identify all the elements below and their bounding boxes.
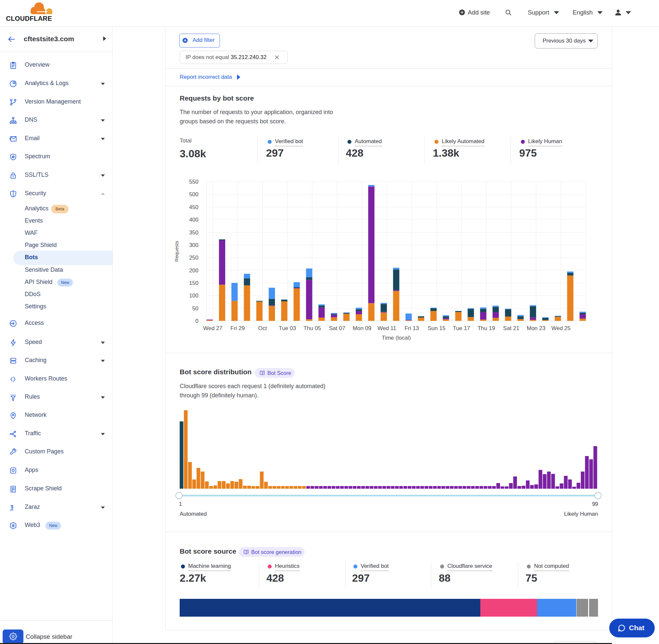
svg-text:250: 250	[189, 255, 198, 261]
svg-text:Tue 17: Tue 17	[453, 325, 470, 331]
svg-text:Mon 23: Mon 23	[527, 325, 546, 331]
svg-text:Fri 29: Fri 29	[231, 325, 244, 331]
svg-text:150: 150	[189, 280, 198, 286]
svg-text:550: 550	[189, 179, 198, 185]
svg-text:100: 100	[189, 293, 198, 299]
svg-text:Sun 15: Sun 15	[428, 325, 445, 331]
svg-text:450: 450	[189, 204, 198, 210]
svg-text:Fri 13: Fri 13	[404, 325, 419, 331]
svg-text:Thu 19: Thu 19	[478, 325, 495, 331]
svg-text:Wed 25: Wed 25	[551, 325, 570, 331]
svg-text:Thu 05: Thu 05	[304, 325, 321, 331]
svg-text:Sat 21: Sat 21	[503, 325, 519, 331]
svg-text:Automated: Automated	[180, 511, 207, 517]
svg-text:400: 400	[189, 217, 198, 223]
svg-text:Requests: Requests	[174, 241, 179, 261]
svg-text:Oct: Oct	[258, 325, 267, 331]
svg-text:Tue 03: Tue 03	[279, 325, 296, 331]
svg-text:Wed 11: Wed 11	[377, 325, 396, 331]
svg-text:350: 350	[189, 230, 198, 236]
svg-text:Sat 07: Sat 07	[329, 325, 345, 331]
svg-text:99: 99	[592, 501, 598, 507]
svg-text:Time (local): Time (local)	[382, 335, 411, 341]
svg-text:0: 0	[195, 318, 198, 324]
svg-text:Likely Human: Likely Human	[564, 511, 598, 517]
svg-text:500: 500	[189, 191, 198, 198]
svg-text:Wed 27: Wed 27	[203, 325, 222, 331]
svg-text:50: 50	[192, 305, 198, 312]
svg-text:1: 1	[179, 501, 182, 507]
svg-text:200: 200	[189, 268, 198, 274]
svg-text:Mon 09: Mon 09	[353, 325, 372, 331]
svg-text:300: 300	[189, 242, 198, 248]
